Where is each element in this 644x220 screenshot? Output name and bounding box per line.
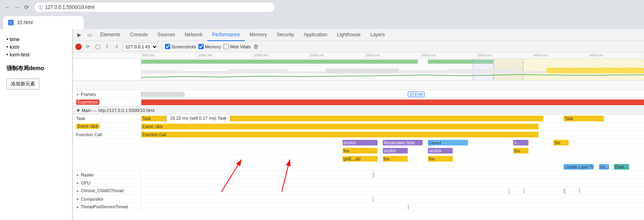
left-panel: time kxm kxm-test 强制布局demo 添加新元素 [0, 29, 72, 220]
nested-row-3: getE...yld foo foo [73, 155, 644, 163]
tab-layers[interactable]: Layers [365, 29, 390, 41]
gete-yld-bar[interactable]: getE...yld [343, 156, 378, 162]
foo-bar-right[interactable]: foo [553, 140, 568, 145]
foo-bar-1[interactable]: foo [343, 148, 378, 154]
screenshots-checkbox[interactable] [165, 44, 170, 49]
function-call-bar[interactable]: Function Call [141, 132, 539, 137]
memory-checkbox-label[interactable]: Memory [198, 44, 221, 49]
webvitals-checkbox[interactable] [223, 44, 229, 49]
tab-bar: T 10.html [0, 15, 644, 29]
devtools-panel: ▶ ▭ Elements Console Sources Network Per… [72, 29, 644, 220]
function-call-row: Function Call Function Call [73, 131, 644, 139]
devtools-top-toolbar: ▶ ▭ Elements Console Sources Network Per… [73, 29, 644, 41]
browser-nav: ← → ⟳ ⓘ 127.0.0.1:5500/10.html [0, 0, 644, 15]
tab-console[interactable]: Console [125, 29, 153, 41]
threadpool-label: ► ThreadPoolServiceThread [73, 205, 141, 209]
lock-icon: ⓘ [38, 4, 43, 10]
memory-checkbox[interactable] [198, 44, 204, 49]
frames-expand[interactable]: ► [76, 92, 80, 96]
tab-title: 10.html [17, 20, 33, 25]
address-bar[interactable]: ⓘ 127.0.0.1:5500/10.html [34, 2, 275, 12]
memory-label: Memory [205, 44, 221, 49]
frames-label: ► Frames [73, 92, 141, 97]
task-bar-2[interactable]: Task [564, 116, 604, 121]
target-select[interactable]: 127.0.0.1 #1 [123, 43, 158, 51]
tab-security[interactable]: Security [272, 29, 299, 41]
nested-content-2: foo onclick onclick foo [141, 147, 644, 154]
ruler-tick-2000: 2000 ms [309, 52, 365, 58]
url-text: 127.0.0.1:5500/10.html [45, 4, 95, 10]
device-toolbar-icon[interactable]: ▭ [85, 30, 95, 40]
onclick-bar-2[interactable]: onclick [383, 148, 408, 154]
add-element-button[interactable]: 添加新元素 [6, 79, 39, 89]
refresh-button[interactable]: ⟳ [23, 3, 31, 11]
nested-content-3: getE...yld foo foo [141, 155, 644, 162]
foo-bar-2[interactable]: foo [513, 148, 528, 154]
compositor-label: ► Compositor [73, 197, 141, 201]
compositor-content [141, 195, 644, 203]
frames-row: ► Frames 17.6 ms [73, 90, 644, 98]
main-url: ▼ Main — http://127.0.0.1:5500/10.html [76, 108, 155, 113]
devtools-tabs: Elements Console Sources Network Perform… [95, 29, 390, 41]
experience-bar [141, 100, 644, 105]
raster-label: ► Raster [73, 172, 141, 177]
ruler-tick-3500: 3500 ms [477, 52, 533, 58]
function-call-content: Function Call [141, 131, 644, 138]
screenshots-label: Screenshots [171, 44, 196, 49]
compositor-row: ► Compositor [73, 195, 644, 203]
download-icon[interactable]: ⇩ [113, 43, 120, 50]
foo-bar-4[interactable]: foo [428, 156, 453, 162]
onclick-bar-1[interactable]: onclick [343, 140, 378, 145]
detail-ruler: 3212.2 ms 3212.4 ms 3212.6 ms 3212.8 ms … [73, 81, 644, 90]
layout-bar[interactable]: Layout [428, 140, 468, 145]
ruler-tick-1500: 1500 ms [253, 52, 309, 58]
screenshots-checkbox-label[interactable]: Screenshots [165, 44, 196, 49]
paint-bar[interactable]: Paint [614, 164, 629, 170]
threadpool-content [141, 203, 644, 211]
task-row: Task Task Task 16.22 ms (self 0.17 ms) T… [73, 114, 644, 122]
event-click-row: Event: click Event: click [73, 122, 644, 131]
gpu-content [141, 179, 644, 187]
select-element-icon[interactable]: ▶ [74, 30, 84, 40]
tab-elements[interactable]: Elements [95, 29, 125, 41]
favicon: T [8, 20, 14, 25]
update-layer-bar[interactable]: Update Layer Tree [564, 164, 594, 170]
upload-icon[interactable]: ⇧ [103, 43, 111, 50]
record-button[interactable] [75, 44, 82, 50]
recalc-style-bar[interactable]: Recalculate Style [383, 140, 423, 145]
nav-list: time kxm kxm-test [0, 32, 72, 62]
upee-bar[interactable]: Up...ee [599, 164, 609, 170]
gpu-row: ► GPU [73, 179, 644, 187]
experience-label: Experience [73, 100, 141, 105]
tab-sources[interactable]: Sources [153, 29, 180, 41]
reload-record-icon[interactable]: ⟳ [84, 43, 91, 50]
forward-button[interactable]: → [13, 3, 21, 11]
event-click-bar[interactable]: Event: click [141, 124, 539, 129]
cpu-bars [141, 65, 644, 73]
o-bar[interactable]: o... [513, 140, 528, 145]
tab-lighthouse[interactable]: Lighthouse [332, 29, 365, 41]
browser-tab[interactable]: T 10.html [3, 16, 84, 29]
event-click-badge: Event: click [76, 124, 100, 129]
webvitals-checkbox-label[interactable]: Web Vitals [223, 44, 251, 49]
task-tooltip: 16.22 ms (self 0.17 ms) Task [166, 114, 230, 122]
gpu-label: ► GPU [73, 181, 141, 185]
clear-icon[interactable]: ◯ [94, 43, 101, 50]
foo-bar-3[interactable]: foo [383, 156, 408, 162]
tab-application[interactable]: Application [299, 29, 332, 41]
back-button[interactable]: ← [3, 3, 11, 11]
overview-timeline[interactable]: 500 ms 1000 ms 1500 ms 2000 ms 2500 ms 3… [73, 52, 644, 81]
raster-mini-bar [373, 172, 374, 177]
overview-ruler: 500 ms 1000 ms 1500 ms 2000 ms 2500 ms 3… [73, 52, 644, 59]
flame-rows: ► Frames 17.6 ms [73, 90, 644, 220]
task-label: Task [73, 116, 141, 121]
event-click-label: Event: click [73, 124, 141, 129]
onclick-bar-3[interactable]: onclick [428, 148, 453, 154]
update-layer-row: Update Layer Tree Up...ee Paint [73, 163, 644, 171]
tab-performance[interactable]: Performance [207, 29, 245, 41]
trash-icon[interactable]: 🗑 [253, 44, 258, 50]
tab-network[interactable]: Network [180, 29, 207, 41]
demo-title: 强制布局demo [0, 62, 72, 75]
nav-item-kxm: kxm [6, 43, 66, 51]
tab-memory[interactable]: Memory [245, 29, 272, 41]
